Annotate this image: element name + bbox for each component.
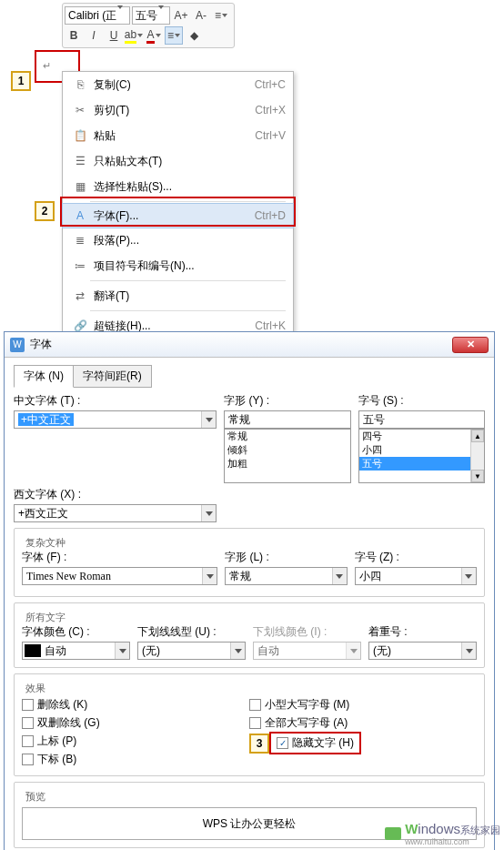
- check-superscript[interactable]: 上标 (P): [22, 732, 249, 750]
- menu-paste-shortcut: Ctrl+V: [255, 129, 286, 142]
- color-swatch: [25, 644, 41, 657]
- grow-font-button[interactable]: A+: [172, 6, 190, 25]
- menu-paste[interactable]: 📋 粘贴 Ctrl+V: [63, 123, 293, 148]
- menu-separator: [90, 310, 286, 311]
- align-button[interactable]: ≡: [165, 26, 183, 45]
- en-font-label: 西文字体 (X) :: [14, 487, 217, 502]
- menu-cut[interactable]: ✂ 剪切(T) Ctrl+X: [63, 97, 293, 123]
- mini-formatting-toolbar: Calibri (正 五号 A+ A- ≡ B I U ab A ≡ ◆: [62, 3, 235, 48]
- bold-button[interactable]: B: [65, 26, 83, 45]
- chevron-down-icon[interactable]: [115, 643, 129, 659]
- check-smallcaps[interactable]: 小型大写字母 (M): [249, 695, 477, 713]
- size-combo[interactable]: 五号: [358, 410, 485, 429]
- scroll-up-icon[interactable]: ▲: [471, 430, 484, 442]
- annotation-marker-2: 2: [35, 201, 55, 221]
- list-item[interactable]: 五号: [359, 457, 484, 471]
- cx-style-value: 常规: [226, 569, 331, 584]
- line-spacing-button[interactable]: ≡: [212, 6, 230, 25]
- effects-fieldset: 效果 删除线 (K) 双删除线 (G) 上标 (P) 下标 (B) 小型大写字母…: [14, 673, 485, 776]
- list-item[interactable]: 倾斜: [225, 443, 349, 457]
- shrink-font-button[interactable]: A-: [192, 6, 210, 25]
- cn-font-combo[interactable]: +中文正文: [14, 410, 217, 429]
- emphasis-label: 着重号 :: [368, 624, 477, 640]
- context-menu: ⎘ 复制(C) Ctrl+C ✂ 剪切(T) Ctrl+X 📋 粘贴 Ctrl+…: [62, 71, 294, 339]
- check-dblstrike[interactable]: 双删除线 (G): [22, 713, 249, 732]
- menu-cut-shortcut: Ctrl+X: [255, 104, 286, 116]
- checkbox-icon: [22, 754, 34, 765]
- list-item[interactable]: 加粗: [225, 457, 349, 471]
- style-combo[interactable]: 常规: [224, 410, 350, 429]
- numbering-icon: ≔: [70, 259, 90, 272]
- dialog-title: 字体: [30, 337, 452, 352]
- font-dialog: W 字体 ✕ 字体 (N) 字符间距(R) 中文字体 (T) : +中文正文 字…: [4, 331, 495, 850]
- menu-numbering[interactable]: ≔ 项目符号和编号(N)...: [63, 253, 293, 278]
- eraser-button[interactable]: ◆: [185, 26, 203, 45]
- cx-size-combo[interactable]: 小四: [355, 567, 477, 585]
- font-name-selector[interactable]: Calibri (正: [65, 6, 130, 25]
- cx-font-combo[interactable]: Times New Roman: [22, 567, 217, 585]
- highlight-button[interactable]: ab: [125, 26, 143, 45]
- check-subscript[interactable]: 下标 (B): [22, 750, 249, 768]
- check-strike[interactable]: 删除线 (K): [22, 695, 249, 713]
- chevron-down-icon[interactable]: [461, 568, 476, 584]
- cn-font-label: 中文字体 (T) :: [14, 393, 217, 409]
- menu-font-shortcut: Ctrl+D: [255, 209, 286, 222]
- allchars-legend: 所有文字: [22, 611, 69, 624]
- size-label: 字号 (S) :: [358, 393, 485, 409]
- effects-legend: 效果: [22, 682, 49, 695]
- chevron-down-icon[interactable]: [201, 411, 216, 428]
- watermark-suffix: 系统家园: [460, 825, 500, 835]
- menu-paste-text-label: 只粘贴文本(T): [90, 154, 286, 169]
- dialog-titlebar[interactable]: W 字体 ✕: [5, 332, 494, 358]
- check-smallcaps-label: 小型大写字母 (M): [265, 697, 349, 713]
- tab-font[interactable]: 字体 (N): [14, 365, 74, 388]
- cx-style-label: 字形 (L) :: [225, 550, 347, 565]
- chevron-down-icon[interactable]: [332, 568, 347, 584]
- menu-translate[interactable]: ⇄ 翻译(T): [63, 283, 293, 309]
- style-listbox[interactable]: 常规 倾斜 加粗: [224, 429, 350, 483]
- annotation-marker-3: 3: [249, 734, 269, 754]
- tab-char-spacing[interactable]: 字符间距(R): [73, 365, 152, 388]
- menu-font-label: 字体(F)...: [90, 208, 255, 224]
- scrollbar[interactable]: ▲ ▼: [470, 430, 484, 482]
- menu-separator: [90, 280, 286, 281]
- chevron-down-icon[interactable]: [230, 643, 245, 659]
- chevron-down-icon[interactable]: [461, 643, 476, 659]
- check-subscript-label: 下标 (B): [37, 752, 76, 767]
- font-color-button[interactable]: A: [145, 26, 163, 45]
- ulcolor-label: 下划线颜色 (I) :: [253, 624, 361, 640]
- menu-font[interactable]: A 字体(F)... Ctrl+D: [62, 203, 294, 228]
- underline-combo[interactable]: (无): [137, 642, 246, 660]
- check-hidden-label: 隐藏文字 (H): [292, 735, 354, 751]
- scroll-down-icon[interactable]: ▼: [471, 470, 484, 482]
- chevron-down-icon[interactable]: [201, 505, 216, 521]
- list-item[interactable]: 四号: [359, 430, 484, 443]
- color-combo[interactable]: 自动: [22, 642, 130, 660]
- underline-button[interactable]: U: [105, 26, 123, 45]
- annotation-highlight-3: ✓ 隐藏文字 (H): [269, 732, 361, 754]
- size-listbox[interactable]: 四号 小四 五号 ▲ ▼: [358, 429, 485, 483]
- italic-button[interactable]: I: [85, 26, 103, 45]
- emphasis-combo[interactable]: (无): [368, 642, 477, 660]
- menu-paragraph[interactable]: ≣ 段落(P)...: [63, 228, 293, 253]
- checkbox-icon[interactable]: ✓: [277, 737, 288, 749]
- list-item[interactable]: 常规: [225, 430, 349, 443]
- font-size-selector[interactable]: 五号: [132, 6, 170, 25]
- menu-separator: [90, 201, 286, 202]
- en-font-combo[interactable]: +西文正文: [14, 504, 217, 522]
- style-value: 常规: [225, 412, 349, 428]
- menu-copy[interactable]: ⎘ 复制(C) Ctrl+C: [63, 72, 293, 97]
- emphasis-value: (无): [369, 643, 461, 659]
- menu-cut-label: 剪切(T): [90, 103, 255, 118]
- menu-paste-text[interactable]: ☰ 只粘贴文本(T): [63, 148, 293, 174]
- size-value: 五号: [359, 412, 484, 428]
- menu-paste-special[interactable]: ▦ 选择性粘贴(S)...: [63, 174, 293, 199]
- list-item[interactable]: 小四: [359, 443, 484, 457]
- cx-style-combo[interactable]: 常规: [225, 567, 347, 585]
- ulcolor-value: 自动: [254, 643, 346, 659]
- checkbox-icon: [22, 735, 34, 747]
- underline-label: 下划线线型 (U) :: [137, 624, 246, 640]
- check-allcaps[interactable]: 全部大写字母 (A): [249, 713, 477, 732]
- close-button[interactable]: ✕: [452, 337, 489, 353]
- chevron-down-icon[interactable]: [202, 568, 217, 584]
